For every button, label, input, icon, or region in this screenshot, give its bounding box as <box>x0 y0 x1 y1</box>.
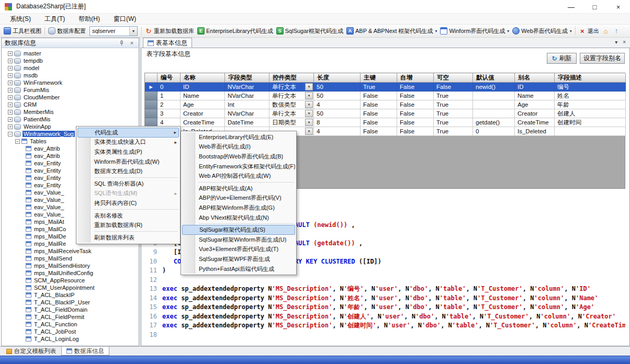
context-menu-item[interactable]: 数据库文档生成(D) <box>77 166 179 176</box>
grid-cell[interactable] <box>473 100 515 109</box>
grid-cell[interactable]: 0 <box>473 127 515 136</box>
tree-table-item[interactable]: SCM_AppResource <box>2 277 139 284</box>
grid-cell[interactable]: CreateTime <box>515 118 555 127</box>
submenu-item[interactable]: ABP框架Winform界面生成(G) <box>182 203 295 213</box>
grid-cell[interactable]: 年龄 <box>555 100 626 109</box>
grid-cell[interactable]: 50 <box>314 92 361 100</box>
grid-cell[interactable]: False <box>397 127 434 136</box>
grid-cell[interactable]: 2 <box>158 100 181 109</box>
grid-column-header[interactable]: 字段类型 <box>225 73 269 83</box>
cell-dropdown-icon[interactable]: ▾ <box>305 119 313 126</box>
grid-cell[interactable]: False <box>361 118 397 127</box>
combo-dropdown-icon[interactable]: ▾ <box>129 27 137 36</box>
grid-cell[interactable]: newid() <box>473 83 515 92</box>
table-row[interactable]: 4CreateTimeDateTime日期类型▾8FalseFalseTrueg… <box>145 118 625 127</box>
context-menu-item[interactable]: 表别名修改 <box>77 211 179 221</box>
grid-cell[interactable]: False <box>397 83 434 92</box>
database-type-combo[interactable]: sqlserver▾ <box>89 26 138 36</box>
grid-cell[interactable] <box>473 92 515 100</box>
toolbar-button-home[interactable]: ⌂ <box>601 25 611 37</box>
cell-dropdown-icon[interactable]: ▾ <box>305 92 313 99</box>
grid-column-header[interactable]: 名称 <box>181 73 225 83</box>
toolbar-button-exit[interactable]: ×退出 <box>577 25 601 37</box>
collapse-icon[interactable]: − <box>8 132 13 136</box>
tree-database-item[interactable]: +ForumMis <box>2 86 139 94</box>
expand-icon[interactable]: + <box>8 110 13 115</box>
grid-cell[interactable]: False <box>397 92 434 100</box>
grid-cell[interactable]: 0 <box>158 83 181 92</box>
expand-icon[interactable]: + <box>8 66 13 71</box>
grid-cell[interactable]: True <box>434 100 473 109</box>
doc-chevron-down-icon[interactable]: ▾ <box>615 39 617 45</box>
grid-column-header[interactable]: 字段描述 <box>555 73 626 83</box>
table-row[interactable]: 3CreatorNVarChar单行文本▾50FalseFalseTrueCre… <box>145 109 625 118</box>
tree-table-item[interactable]: T_ACL_FieldDomain <box>2 306 139 313</box>
cell-dropdown-icon[interactable]: ▾ <box>305 110 313 117</box>
grid-cell[interactable]: 姓名 <box>555 92 626 100</box>
context-menu-item[interactable]: 实体类属性生成(P) <box>77 147 179 157</box>
grid-cell[interactable]: False <box>397 118 434 127</box>
grid-column-header[interactable]: 控件类型 <box>269 73 314 83</box>
grid-cell[interactable]: True <box>434 127 473 136</box>
collapse-icon[interactable]: − <box>15 139 20 144</box>
grid-cell[interactable]: Name <box>181 92 225 100</box>
cell-dropdown-icon[interactable]: ▾ <box>305 83 313 90</box>
grid-cell[interactable]: NVarChar <box>225 109 269 118</box>
tree-database-item[interactable]: +model <box>2 64 139 72</box>
minimize-button[interactable]: — <box>559 0 583 14</box>
grid-cell[interactable]: False <box>361 92 397 100</box>
table-row[interactable]: 2AgeInt数值类型▾4FalseFalseTrueAge年龄 <box>145 100 625 109</box>
grid-cell[interactable]: 数值类型▾ <box>269 100 314 109</box>
tree-database-item[interactable]: +PatientMis <box>2 116 139 123</box>
expand-icon[interactable]: + <box>8 73 13 78</box>
grid-cell[interactable]: False <box>361 100 397 109</box>
tree-table-item[interactable]: mps_MailReceiveTask <box>2 247 139 255</box>
submenu-item[interactable]: EnterpriseLibrary代码生成(E) <box>182 132 295 142</box>
grid-column-header[interactable]: 自增 <box>397 73 434 83</box>
submenu-item[interactable]: SqlSugar框架Winform界面生成(U) <box>182 235 295 245</box>
tree-table-item[interactable]: T_ACL_BlackIP <box>2 291 139 299</box>
tree-table-item[interactable]: mps_MailSendHistory <box>2 262 139 269</box>
set-field-alias-button[interactable]: 设置字段别名 <box>580 53 625 64</box>
toolbar-button-web-codegen[interactable]: Web界面代码生成▾ <box>511 25 573 37</box>
tree-database-item[interactable]: +CloudMember <box>2 94 139 101</box>
bottom-tab-template[interactable]: 自定义模板列表 <box>2 347 61 356</box>
menu-system[interactable]: 系统(S) <box>3 14 38 25</box>
table-row[interactable]: ▶0IDNVarChar单行文本▾50TrueFalseFalsenewid()… <box>145 83 625 92</box>
grid-cell[interactable]: False <box>361 109 397 118</box>
grid-column-header[interactable]: 主键 <box>361 73 397 83</box>
row-selector-cell[interactable] <box>145 100 158 109</box>
context-menu-item[interactable]: 代码生成▸ <box>77 128 179 138</box>
maximize-button[interactable]: □ <box>583 0 606 14</box>
context-menu-item[interactable]: 刷新数据库列表 <box>77 233 179 243</box>
tree-table-item[interactable]: SCM_UserAppointment <box>2 284 139 291</box>
grid-cell[interactable]: Age <box>515 100 555 109</box>
tree-database-item[interactable]: +CRM <box>2 101 139 108</box>
grid-column-header[interactable]: 编号 <box>158 73 181 83</box>
grid-cell[interactable]: Name <box>515 92 555 100</box>
submenu-item[interactable]: Vue3+Element界面代码生成(T) <box>182 245 295 255</box>
panel-close-icon[interactable]: × <box>128 39 136 47</box>
grid-cell[interactable]: 创建时间 <box>555 118 626 127</box>
row-selector-cell[interactable]: ▶ <box>145 83 158 92</box>
context-menu-item[interactable]: Winform界面代码生成(W) <box>77 157 179 167</box>
table-row[interactable]: 1NameNVarChar单行文本▾50FalseFalseTrueName姓名 <box>145 92 625 100</box>
tree-database-item[interactable]: +master <box>2 50 139 57</box>
refresh-button[interactable]: ↻ 刷新 <box>547 53 577 64</box>
grid-cell[interactable]: DateTime <box>225 118 269 127</box>
grid-cell[interactable]: 3 <box>158 109 181 118</box>
submenu-item[interactable]: Abp VNext框架代码生成(N) <box>182 213 295 223</box>
grid-cell[interactable]: 日期类型▾ <box>269 118 314 127</box>
expand-icon[interactable]: + <box>8 103 13 107</box>
context-menu-item[interactable]: 拷贝列表内容(C) <box>77 198 179 208</box>
grid-cell[interactable]: NVarChar <box>225 83 269 92</box>
expand-icon[interactable]: + <box>8 59 13 63</box>
grid-cell[interactable]: 单行文本▾ <box>269 83 314 92</box>
close-button[interactable]: × <box>606 0 630 14</box>
tree-database-item[interactable]: +WinFramework <box>2 79 139 86</box>
grid-cell[interactable]: ID <box>181 83 225 92</box>
grid-cell[interactable]: 编号 <box>555 83 626 92</box>
grid-cell[interactable] <box>555 127 626 136</box>
grid-cell[interactable]: False <box>361 127 397 136</box>
grid-cell[interactable]: True <box>434 118 473 127</box>
